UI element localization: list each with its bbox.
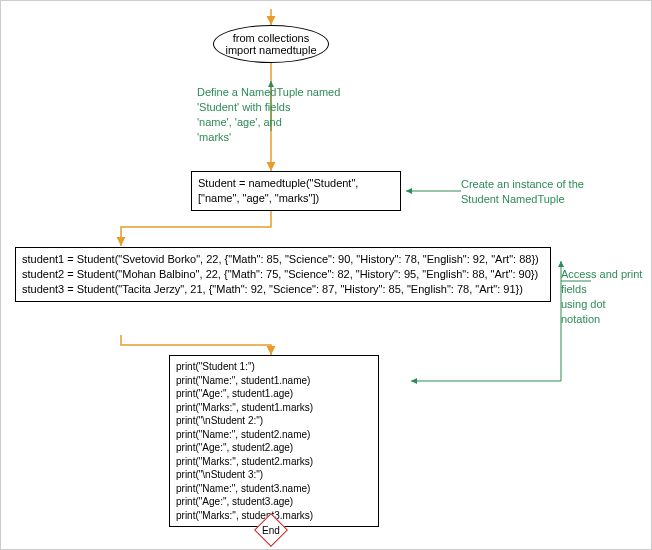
comment-define-namedtuple: Define a NamedTuple named 'Student' with… <box>197 85 377 144</box>
comment-create-instance: Create an instance of the Student NamedT… <box>461 177 621 207</box>
start-node: from collections import namedtuple <box>213 25 329 63</box>
box-student-instances: student1 = Student("Svetovid Borko", 22,… <box>15 247 551 302</box>
start-label: from collections import namedtuple <box>225 32 316 56</box>
end-node: End <box>254 513 288 547</box>
end-label: End <box>262 525 280 536</box>
arrow-instances-to-prints <box>121 335 271 355</box>
comment-access-print: Access and print fields using dot notati… <box>561 267 647 326</box>
box-print-statements: print("Student 1:") print("Name:", stude… <box>169 355 379 527</box>
box-define-student: Student = namedtuple("Student", ["name",… <box>191 171 401 211</box>
